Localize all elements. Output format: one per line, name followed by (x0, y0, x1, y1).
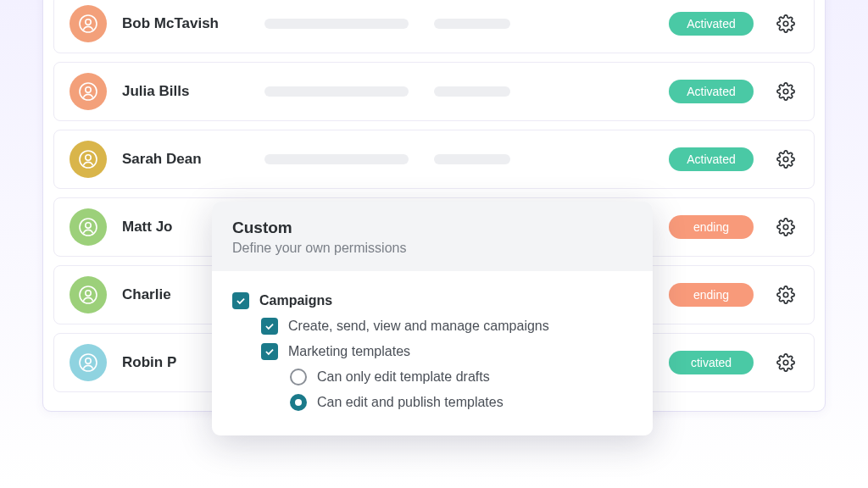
svg-point-0 (80, 15, 97, 32)
perm-radio-drafts-only[interactable]: Can only edit template drafts (232, 364, 632, 390)
user-name: Bob McTavish (122, 15, 249, 32)
perm-label: Can edit and publish templates (317, 395, 504, 410)
settings-button[interactable] (773, 353, 798, 372)
svg-point-14 (783, 292, 788, 297)
svg-point-2 (783, 21, 788, 26)
svg-point-12 (80, 286, 97, 303)
popover-header: Custom Define your own permissions (212, 202, 653, 271)
status-badge: ending (669, 215, 754, 239)
perm-group-label: Campaigns (259, 293, 332, 308)
status-cell: ctivated (665, 351, 758, 374)
perm-radio-publish[interactable]: Can edit and publish templates (232, 390, 632, 415)
svg-point-3 (80, 83, 97, 100)
status-badge: Activated (669, 12, 754, 36)
status-badge: Activated (669, 147, 754, 171)
placeholder-cells (264, 86, 649, 97)
perm-label: Can only edit template drafts (317, 369, 490, 385)
checkbox-checked-icon[interactable] (261, 343, 278, 360)
status-cell: Activated (665, 147, 758, 171)
popover-title: Custom (232, 219, 632, 237)
svg-point-1 (86, 19, 91, 25)
svg-point-13 (86, 291, 91, 296)
settings-button[interactable] (773, 286, 798, 304)
placeholder-cells (264, 19, 649, 29)
perm-group-campaigns[interactable]: Campaigns (232, 288, 632, 313)
popover-body: Campaigns Create, send, view and manage … (212, 271, 653, 435)
status-badge: ctivated (669, 351, 754, 374)
status-cell: Activated (665, 80, 758, 103)
settings-button[interactable] (773, 218, 798, 236)
permissions-popover: Custom Define your own permissions Campa… (212, 202, 653, 435)
avatar-icon (70, 5, 107, 42)
settings-button[interactable] (773, 82, 798, 101)
svg-point-10 (86, 223, 91, 228)
perm-label: Marketing templates (288, 344, 410, 359)
status-cell: ending (665, 215, 758, 239)
settings-button[interactable] (773, 150, 798, 169)
user-name: Sarah Dean (122, 151, 249, 168)
svg-point-17 (783, 360, 788, 365)
status-badge: Activated (669, 80, 754, 103)
svg-point-11 (783, 225, 788, 230)
settings-button[interactable] (773, 14, 798, 33)
perm-marketing-templates[interactable]: Marketing templates (232, 339, 632, 364)
user-row: Sarah Dean Activated (53, 130, 815, 189)
avatar-icon (70, 141, 107, 178)
svg-point-6 (80, 151, 97, 168)
popover-subtitle: Define your own permissions (232, 241, 632, 256)
svg-point-9 (80, 219, 97, 236)
svg-point-16 (86, 358, 91, 363)
radio-unselected-icon[interactable] (290, 369, 307, 385)
avatar-icon (70, 344, 107, 381)
placeholder-cells (264, 154, 649, 164)
user-row: Julia Bills Activated (53, 62, 815, 121)
svg-point-5 (783, 89, 788, 94)
avatar-icon (70, 73, 107, 110)
user-row: Bob McTavish Activated (53, 0, 815, 53)
svg-point-4 (86, 87, 91, 92)
svg-point-15 (80, 354, 97, 371)
status-badge: ending (669, 283, 754, 307)
checkbox-checked-icon[interactable] (232, 292, 249, 309)
avatar-icon (70, 208, 107, 246)
status-cell: Activated (665, 12, 758, 36)
user-name: Julia Bills (122, 83, 249, 100)
status-cell: ending (665, 283, 758, 307)
checkbox-checked-icon[interactable] (261, 318, 278, 335)
perm-create-campaigns[interactable]: Create, send, view and manage campaigns (232, 313, 632, 339)
svg-point-7 (86, 155, 91, 160)
radio-selected-icon[interactable] (290, 394, 307, 411)
avatar-icon (70, 276, 107, 313)
perm-label: Create, send, view and manage campaigns (288, 319, 549, 334)
svg-point-8 (783, 157, 788, 162)
